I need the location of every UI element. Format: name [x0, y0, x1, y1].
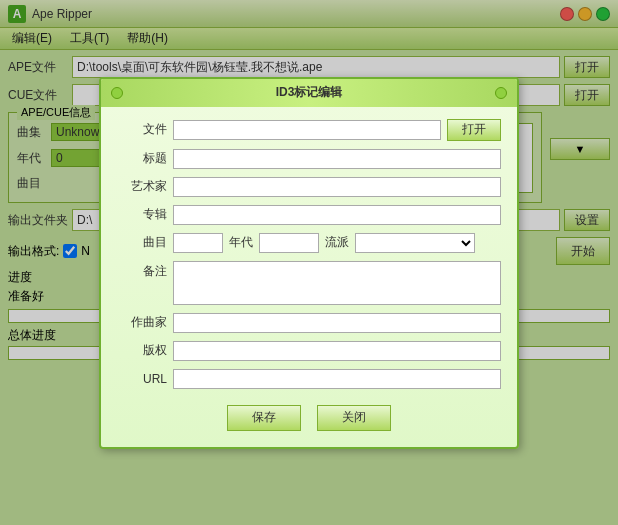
modal-genre-label: 流派 [325, 234, 349, 251]
modal-title: ID3标记编辑 [276, 84, 343, 101]
modal-circle-right [495, 87, 507, 99]
modal-year-input[interactable] [259, 233, 319, 253]
modal-url-row: URL [117, 369, 501, 389]
modal-copyright-input[interactable] [173, 341, 501, 361]
modal-composer-input[interactable] [173, 313, 501, 333]
modal-title-label: 标题 [117, 150, 167, 167]
modal-circle-left [111, 87, 123, 99]
modal-year-label: 年代 [229, 234, 253, 251]
modal-artist-label: 艺术家 [117, 178, 167, 195]
modal-save-button[interactable]: 保存 [227, 405, 301, 431]
modal-close-button[interactable]: 关闭 [317, 405, 391, 431]
modal-track-year-genre-row: 曲目 年代 流派 [117, 233, 501, 253]
id3-modal: ID3标记编辑 文件 打开 标题 艺术家 专辑 [99, 77, 519, 449]
modal-title-bar: ID3标记编辑 [101, 79, 517, 107]
modal-title-row: 标题 [117, 149, 501, 169]
modal-file-label: 文件 [117, 121, 167, 138]
modal-album-input[interactable] [173, 205, 501, 225]
modal-overlay: ID3标记编辑 文件 打开 标题 艺术家 专辑 [0, 0, 618, 525]
modal-artist-row: 艺术家 [117, 177, 501, 197]
modal-album-row: 专辑 [117, 205, 501, 225]
modal-artist-input[interactable] [173, 177, 501, 197]
modal-copyright-label: 版权 [117, 342, 167, 359]
modal-title-input[interactable] [173, 149, 501, 169]
modal-composer-row: 作曲家 [117, 313, 501, 333]
modal-track-label: 曲目 [117, 234, 167, 251]
modal-track-input[interactable] [173, 233, 223, 253]
modal-url-label: URL [117, 372, 167, 386]
modal-body: 文件 打开 标题 艺术家 专辑 曲目 [101, 107, 517, 447]
modal-notes-textarea[interactable] [173, 261, 501, 305]
modal-notes-label: 备注 [117, 261, 167, 280]
modal-copyright-row: 版权 [117, 341, 501, 361]
modal-genre-select[interactable] [355, 233, 475, 253]
modal-file-row: 文件 打开 [117, 119, 501, 141]
modal-album-label: 专辑 [117, 206, 167, 223]
modal-open-button[interactable]: 打开 [447, 119, 501, 141]
modal-url-input[interactable] [173, 369, 501, 389]
modal-file-input[interactable] [173, 120, 441, 140]
modal-footer: 保存 关闭 [117, 397, 501, 435]
modal-composer-label: 作曲家 [117, 314, 167, 331]
modal-notes-row: 备注 [117, 261, 501, 305]
